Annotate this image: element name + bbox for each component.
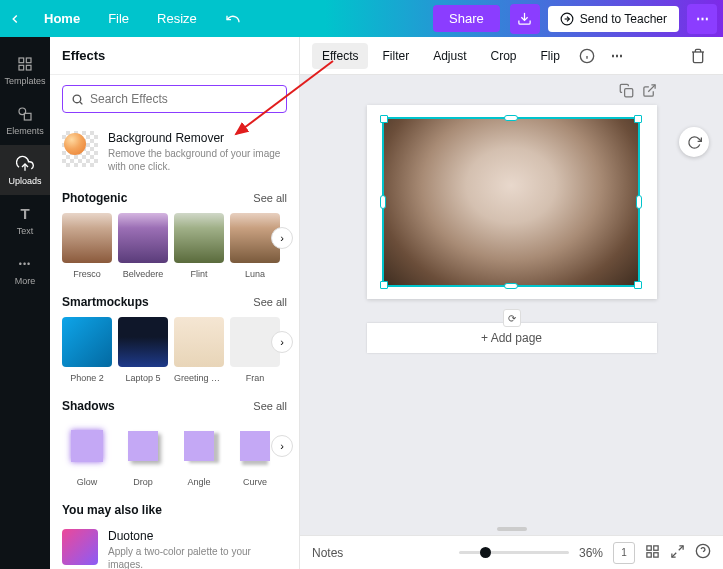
share-button[interactable]: Share — [433, 5, 500, 32]
shadow-thumb[interactable] — [62, 421, 112, 471]
seeall-photogenic[interactable]: See all — [253, 192, 287, 204]
text-icon: T — [16, 205, 34, 223]
grid-view-button[interactable] — [645, 544, 660, 562]
svg-rect-6 — [19, 65, 24, 70]
svg-rect-5 — [26, 65, 31, 70]
svg-rect-20 — [647, 552, 651, 556]
smartmockup-thumb[interactable] — [62, 317, 112, 367]
svg-rect-19 — [654, 552, 658, 556]
svg-line-16 — [648, 85, 655, 92]
selected-image[interactable] — [382, 117, 640, 287]
svg-rect-4 — [26, 58, 31, 63]
open-page-button[interactable] — [642, 83, 657, 101]
fullscreen-button[interactable] — [670, 544, 685, 562]
resize-handle[interactable] — [380, 195, 386, 209]
bg-remover-icon — [62, 131, 98, 167]
nav-more[interactable]: •••More — [0, 245, 50, 295]
section-photogenic: Photogenic — [62, 191, 127, 205]
section-also-like: You may also like — [62, 503, 162, 517]
bg-remover-desc: Remove the background of your image with… — [108, 147, 287, 173]
undo-button[interactable] — [211, 0, 255, 37]
panel-drag-handle[interactable] — [497, 527, 527, 531]
search-icon — [71, 93, 84, 106]
background-remover-item[interactable]: Background Remover Remove the background… — [62, 127, 287, 177]
photogenic-thumb[interactable] — [118, 213, 168, 263]
resize-handle[interactable] — [380, 115, 388, 123]
smartmockup-thumb[interactable] — [118, 317, 168, 367]
section-shadows: Shadows — [62, 399, 115, 413]
zoom-slider[interactable] — [459, 551, 569, 554]
tab-effects[interactable]: Effects — [312, 43, 368, 69]
smartmockup-thumb[interactable] — [174, 317, 224, 367]
scroll-right-button[interactable]: › — [271, 227, 293, 249]
back-button[interactable] — [0, 12, 30, 26]
file-menu[interactable]: File — [94, 0, 143, 37]
tab-crop[interactable]: Crop — [481, 43, 527, 69]
resize-handle[interactable] — [636, 195, 642, 209]
svg-line-22 — [672, 552, 676, 556]
svg-line-21 — [679, 545, 683, 549]
tab-filter[interactable]: Filter — [372, 43, 419, 69]
shadow-thumb[interactable] — [118, 421, 168, 471]
svg-rect-15 — [624, 89, 632, 97]
send-to-teacher-button[interactable]: Send to Teacher — [548, 6, 679, 32]
info-button[interactable] — [574, 43, 600, 69]
zoom-knob[interactable] — [480, 547, 491, 558]
panel-title: Effects — [50, 37, 299, 75]
reset-zoom-button[interactable] — [679, 127, 709, 157]
more-dots-icon: ••• — [16, 255, 34, 273]
section-smartmockups: Smartmockups — [62, 295, 149, 309]
duplicate-page-button[interactable] — [619, 83, 634, 101]
svg-line-11 — [80, 102, 82, 104]
duotone-icon — [62, 529, 98, 565]
resize-handle[interactable] — [504, 283, 518, 289]
nav-text[interactable]: TText — [0, 195, 50, 245]
photogenic-thumb[interactable] — [174, 213, 224, 263]
bg-remover-title: Background Remover — [108, 131, 287, 145]
svg-point-10 — [73, 95, 81, 103]
svg-rect-8 — [24, 113, 31, 120]
add-page-button[interactable]: ⟳ + Add page — [367, 323, 657, 353]
more-options-button[interactable]: ⋯ — [604, 43, 630, 69]
side-nav: Templates Elements Uploads TText •••More — [0, 37, 50, 569]
nav-elements[interactable]: Elements — [0, 95, 50, 145]
tab-adjust[interactable]: Adjust — [423, 43, 476, 69]
nav-uploads[interactable]: Uploads — [0, 145, 50, 195]
canvas-page[interactable] — [367, 105, 657, 299]
top-toolbar: Home File Resize Share Send to Teacher ⋯ — [0, 0, 723, 37]
photogenic-thumb[interactable] — [62, 213, 112, 263]
scroll-right-button[interactable]: › — [271, 331, 293, 353]
scroll-right-button[interactable]: › — [271, 435, 293, 457]
zoom-value[interactable]: 36% — [579, 546, 603, 560]
home-button[interactable]: Home — [30, 0, 94, 37]
resize-handle[interactable] — [634, 115, 642, 123]
shadow-thumb[interactable] — [174, 421, 224, 471]
context-toolbar: Effects Filter Adjust Crop Flip ⋯ — [300, 37, 723, 75]
bottom-bar: Notes 36% 1 — [300, 535, 723, 569]
sync-icon: ⟳ — [503, 309, 521, 327]
duotone-item[interactable]: Duotone Apply a two-color palette to you… — [62, 525, 287, 569]
seeall-smartmockups[interactable]: See all — [253, 296, 287, 308]
help-button[interactable] — [695, 543, 711, 562]
cloud-upload-icon — [16, 155, 34, 173]
nav-templates[interactable]: Templates — [0, 45, 50, 95]
svg-rect-17 — [647, 545, 651, 549]
seeall-shadows[interactable]: See all — [253, 400, 287, 412]
resize-menu[interactable]: Resize — [143, 0, 211, 37]
layout-icon — [16, 55, 34, 73]
notes-button[interactable]: Notes — [312, 546, 343, 560]
download-button[interactable] — [510, 4, 540, 34]
more-menu-button[interactable]: ⋯ — [687, 4, 717, 34]
tab-flip[interactable]: Flip — [531, 43, 570, 69]
page-nav-button[interactable]: 1 — [613, 542, 635, 564]
svg-rect-18 — [654, 545, 658, 549]
teacher-label: Send to Teacher — [580, 12, 667, 26]
delete-button[interactable] — [685, 43, 711, 69]
resize-handle[interactable] — [504, 115, 518, 121]
resize-handle[interactable] — [634, 281, 642, 289]
canvas-area: Effects Filter Adjust Crop Flip ⋯ — [300, 37, 723, 569]
resize-handle[interactable] — [380, 281, 388, 289]
search-input[interactable] — [90, 92, 278, 106]
svg-rect-3 — [19, 58, 24, 63]
search-effects[interactable] — [62, 85, 287, 113]
